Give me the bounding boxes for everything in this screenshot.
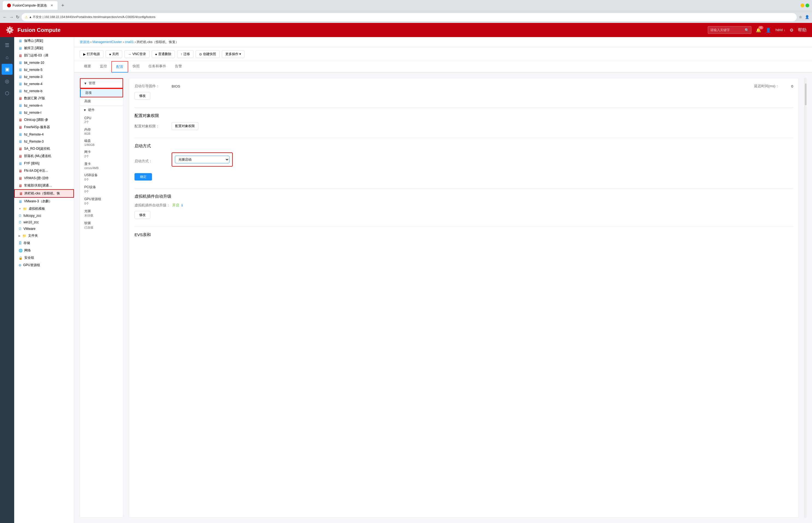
sidebar-item-templates-folder[interactable]: ▼ 📁 虚拟机模板 bbox=[14, 205, 74, 212]
floppy-item[interactable]: 软驱 已连接 bbox=[80, 219, 123, 231]
tab-alerts[interactable]: 告警 bbox=[171, 61, 187, 73]
gpu-group-label: GPU资源组 bbox=[84, 197, 120, 201]
forward-button[interactable]: → bbox=[9, 15, 14, 20]
auto-upgrade-status: 开启 bbox=[172, 203, 179, 208]
gpu-group-item[interactable]: GPU资源组 0个 bbox=[80, 195, 123, 207]
sidebar-item-storage[interactable]: 🗄 存储 bbox=[14, 239, 74, 247]
back-button[interactable]: ← bbox=[3, 15, 7, 20]
disk-item[interactable]: 磁盘 1/80GB bbox=[80, 137, 123, 148]
sidebar-item-security[interactable]: 🔒 安全组 bbox=[14, 254, 74, 262]
tab-config[interactable]: 配置 bbox=[111, 61, 128, 73]
auto-upgrade-title: 虚拟机插件自动升级 bbox=[135, 194, 793, 199]
sidebar-item-template2[interactable]: 🗋 win10_zcc bbox=[14, 219, 74, 226]
cpu-item[interactable]: CPU 2个 bbox=[80, 114, 123, 126]
right-scrollbar[interactable] bbox=[805, 78, 807, 518]
sidebar-item-vm21[interactable]: 🖥 常规部/关联[调通… bbox=[14, 182, 74, 189]
gpu-display-item[interactable]: 显卡 cirrus/4MB bbox=[80, 160, 123, 171]
sidebar-item-folder[interactable]: ▶ 📁 文件夹 bbox=[14, 232, 74, 239]
minimize-button[interactable] bbox=[800, 3, 805, 7]
tab-monitor[interactable]: 监控 bbox=[95, 61, 111, 73]
boot-firmware-modify-button[interactable]: 修改 bbox=[135, 92, 151, 100]
breadcrumb-node[interactable]: cna01 bbox=[125, 40, 134, 44]
sidebar-item-vm10[interactable]: 🖥 bz_remote-n bbox=[14, 102, 74, 109]
advanced-item[interactable]: 高级 bbox=[80, 97, 123, 105]
profile-icon[interactable]: 👤 bbox=[805, 15, 809, 19]
cdrom-item[interactable]: 光驱 未挂载 bbox=[80, 207, 123, 219]
boot-firmware-label: 启动引导固件： bbox=[135, 84, 167, 89]
hardware-header[interactable]: ▼ 硬件 bbox=[80, 106, 123, 114]
migrate-button[interactable]: ↑ 迁移 bbox=[177, 50, 193, 58]
power-off-button[interactable]: ● 关闭 bbox=[106, 50, 122, 58]
nav-icon-storage[interactable]: ⬡ bbox=[2, 88, 13, 99]
nav-icon-vm[interactable]: ▣ bbox=[2, 64, 13, 75]
sidebar-item-vm15[interactable]: 🖥 hz_Remote-3 bbox=[14, 138, 74, 145]
new-tab-button[interactable]: + bbox=[60, 3, 66, 8]
nav-icon-network[interactable]: ◎ bbox=[2, 76, 13, 87]
sidebar-item-network[interactable]: 🌐 网络 bbox=[14, 247, 74, 254]
user-icon[interactable]: 👤 bbox=[765, 28, 771, 33]
sidebar-item-vm8[interactable]: 🖥 hz_remote-b bbox=[14, 88, 74, 95]
sidebar-item-vm5[interactable]: 🖥 bz_remote-5 bbox=[14, 66, 74, 73]
sidebar-item-vm13[interactable]: 🖥 FreeN4Sp-服务器 bbox=[14, 124, 74, 131]
settings-icon[interactable]: ⚙ bbox=[790, 28, 793, 33]
breadcrumb-cluster[interactable]: ManagementCluster bbox=[92, 40, 122, 44]
sidebar-item-vm17[interactable]: 🖥 部落机 (ML(通道机 bbox=[14, 152, 74, 160]
vm-icon: 🖥 bbox=[19, 75, 22, 79]
notification-area[interactable]: 🔔 46 bbox=[756, 28, 761, 33]
more-actions-button[interactable]: 更多操作 ▾ bbox=[222, 50, 245, 58]
sidebar-item-vm3[interactable]: 🖥 部门运维-03（调 bbox=[14, 52, 74, 59]
sidebar-item-vm16[interactable]: 🖥 SA_RO-DI[超控机 bbox=[14, 145, 74, 152]
sidebar-item-vm19[interactable]: 🖥 FN-IIA DI[冲活… bbox=[14, 167, 74, 175]
nav-icon-home[interactable]: ⌂ bbox=[2, 52, 13, 63]
memory-item[interactable]: 内存 8GB bbox=[80, 126, 123, 137]
close-tab-icon[interactable]: ✕ bbox=[51, 3, 53, 7]
sidebar-item-vm22-selected[interactable]: 🖥 跨栏机-cks（惊联机、恢 bbox=[14, 189, 74, 198]
management-header[interactable]: ▼ 管理 bbox=[80, 78, 123, 88]
sidebar-item-vm23[interactable]: 🖥 VMware-3（勿删） bbox=[14, 198, 74, 205]
sidebar-item-gpu[interactable]: ⚙ GPU资源组 bbox=[14, 262, 74, 269]
boot-method-select[interactable]: 光驱启动 硬盘启动 网络启动 软驱启动 bbox=[175, 156, 229, 163]
evs-title: EVS亲和 bbox=[135, 232, 793, 237]
address-bar[interactable]: ⚠ ▲ 不安全 | 192.168.22.154:8443/vnPortal/i… bbox=[21, 13, 797, 21]
options-item[interactable]: 选项 bbox=[80, 88, 123, 97]
sidebar-item-vm18[interactable]: 🖥 FYF [密码] bbox=[14, 160, 74, 167]
sidebar-item-vm7[interactable]: 🖥 bz_remote-4 bbox=[14, 80, 74, 88]
configure-permission-button[interactable]: 配置对象权限 bbox=[172, 122, 198, 130]
power-on-button[interactable]: ▶ 打开电源 bbox=[80, 50, 103, 58]
normal-delete-button[interactable]: ● 普通删除 bbox=[152, 50, 175, 58]
usb-item[interactable]: USB设备 0个 bbox=[80, 171, 123, 183]
sidebar-item-template1[interactable]: 🗋 fullcopy_zcc bbox=[14, 212, 74, 219]
tab-overview[interactable]: 概要 bbox=[80, 61, 95, 73]
vnc-button[interactable]: → VNC登录 bbox=[124, 50, 149, 58]
tab-tasks[interactable]: 任务和事件 bbox=[144, 61, 171, 73]
action-bar: ▶ 打开电源 ● 关闭 → VNC登录 ● 普通删除 ↑ 迁移 bbox=[74, 48, 812, 61]
pci-item[interactable]: PCl设备 0个 bbox=[80, 183, 123, 195]
refresh-button[interactable]: ↻ bbox=[16, 15, 19, 20]
search-box[interactable]: 🔍 bbox=[708, 26, 752, 34]
maximize-button[interactable] bbox=[806, 3, 809, 7]
search-input[interactable] bbox=[710, 28, 743, 32]
search-icon[interactable]: 🔍 bbox=[745, 28, 749, 32]
breadcrumb-pool[interactable]: 资源池 bbox=[80, 40, 89, 44]
sidebar-item-vm6[interactable]: 🖥 bz_remote-3 bbox=[14, 73, 74, 80]
bookmark-icon[interactable]: ☆ bbox=[799, 15, 802, 19]
sidebar-item-template3[interactable]: 🗋 VMware bbox=[14, 226, 74, 232]
vm-icon-red: 🖥 bbox=[19, 118, 22, 122]
browser-tab[interactable]: FusionCompute-资源池 ✕ bbox=[3, 1, 57, 10]
sidebar-item-vm20[interactable]: 🖥 VRMAS-[密-活特 bbox=[14, 175, 74, 182]
boot-method-confirm-button[interactable]: 确定 bbox=[135, 173, 152, 181]
nic-item[interactable]: 网卡 2个 bbox=[80, 148, 123, 160]
sidebar-item-vm4[interactable]: 🖥 bk_remote-10 bbox=[14, 59, 74, 66]
auto-upgrade-modify-button[interactable]: 修改 bbox=[135, 211, 151, 219]
sidebar-item-vm11[interactable]: 🖥 bz_remote-l bbox=[14, 109, 74, 116]
sidebar-item-vm9[interactable]: 🖥 数据汇聚 JY版 bbox=[14, 95, 74, 102]
user-label[interactable]: hdrid ↓ bbox=[775, 28, 785, 32]
snapshot-button[interactable]: ⊙ 创建快照 bbox=[196, 50, 219, 58]
sidebar-item-vm1[interactable]: 🖥 伽博山 [调架] bbox=[14, 37, 74, 44]
nav-icon-menu[interactable]: ☰ bbox=[2, 40, 13, 51]
sidebar-item-vm14[interactable]: 🖥 hz_Remote-4 bbox=[14, 131, 74, 138]
sidebar-item-vm12[interactable]: 🖥 Clinicup [调联-参 bbox=[14, 116, 74, 124]
help-label[interactable]: 帮助 bbox=[798, 27, 807, 33]
sidebar-item-vm2[interactable]: 🖥 被捍卫 [调架] bbox=[14, 44, 74, 52]
tab-snapshot[interactable]: 快照 bbox=[128, 61, 144, 73]
